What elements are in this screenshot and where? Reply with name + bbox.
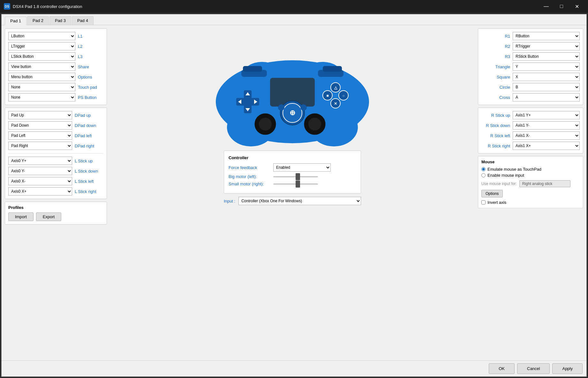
- controller-box-title: Controller: [229, 155, 356, 160]
- dpad-mappings-section: Pad Up DPad up Pad Down DPad down Pad Le…: [5, 107, 107, 199]
- dpad-left-label: DPad left: [75, 133, 103, 138]
- rstick-right-select[interactable]: Axis1 X+: [513, 142, 580, 150]
- lstick-up-select[interactable]: Axis0 Y+: [8, 157, 72, 165]
- square-row: Square X: [481, 73, 580, 81]
- window-controls: — □ ✕: [539, 0, 584, 13]
- maximize-button[interactable]: □: [554, 0, 569, 13]
- cancel-button[interactable]: Cancel: [517, 363, 550, 374]
- rstick-up-select[interactable]: Axis1 Y+: [513, 111, 580, 119]
- profiles-buttons: Import Export: [8, 212, 103, 221]
- tabs-bar: Pad 1 Pad 2 Pad 3 Pad 4: [2, 14, 586, 25]
- import-button[interactable]: Import: [8, 212, 34, 221]
- tab-pad2[interactable]: Pad 2: [27, 16, 49, 25]
- mapping-row-lstick-left: Axis0 X- L Stick left: [8, 177, 103, 185]
- controller-image-container: ■ △ ○ ✕ ⊕: [209, 28, 375, 147]
- emulate-touchpad-radio[interactable]: [481, 167, 486, 171]
- mouse-title: Mouse: [481, 159, 580, 164]
- dpad-up-select[interactable]: Pad Up: [8, 111, 72, 119]
- input-select[interactable]: Controller (Xbox One For Windows): [238, 197, 361, 205]
- invert-axis-checkbox[interactable]: [481, 200, 486, 204]
- share-combo: View button None: [8, 63, 75, 71]
- export-button[interactable]: Export: [36, 212, 62, 221]
- r3-select[interactable]: RStick Button: [513, 52, 580, 61]
- l3-label: L3: [78, 54, 103, 59]
- title-bar: DS DSX4 Pad 1.8 controller configuration…: [0, 0, 588, 13]
- lstick-right-label: L Stick right: [75, 189, 103, 194]
- cross-label: Cross: [481, 95, 510, 100]
- touchpad-select[interactable]: None: [8, 83, 75, 91]
- l2-select[interactable]: LTrigger NoneLButton: [8, 42, 75, 50]
- lstick-left-select[interactable]: Axis0 X-: [8, 177, 72, 185]
- svg-point-15: [308, 118, 321, 130]
- big-motor-label: Big motor (left):: [229, 174, 270, 179]
- triangle-select[interactable]: Y: [513, 63, 580, 71]
- options-select[interactable]: Menu button None: [8, 73, 75, 81]
- r2-row: R2 RTrigger: [481, 42, 580, 50]
- ok-button[interactable]: OK: [489, 363, 515, 374]
- enable-mouse-radio[interactable]: [481, 173, 486, 177]
- circle-row: Circle B: [481, 83, 580, 91]
- cross-select[interactable]: A: [513, 93, 580, 101]
- mapping-row-dpad-down: Pad Down DPad down: [8, 121, 103, 130]
- lstick-right-select[interactable]: Axis0 X+: [8, 187, 72, 196]
- tab-pad4[interactable]: Pad 4: [72, 16, 94, 25]
- touchpad-label: Touch pad: [78, 85, 103, 90]
- r1-select[interactable]: RButton: [513, 32, 580, 40]
- rstick-mappings-section: R Stick up Axis1 Y+ R Stick down Axis1 Y…: [478, 107, 583, 153]
- close-button[interactable]: ✕: [569, 0, 584, 13]
- mapping-row-dpad-left: Pad Left DPad left: [8, 131, 103, 140]
- share-label: Share: [78, 64, 103, 69]
- tab-pad3[interactable]: Pad 3: [49, 16, 71, 25]
- options-btn-row: Options: [481, 190, 580, 197]
- psbutton-label: PS Button: [78, 95, 103, 100]
- mapping-row-dpad-up: Pad Up DPad up: [8, 111, 103, 119]
- svg-text:○: ○: [342, 93, 344, 98]
- psbutton-combo: None: [8, 93, 75, 101]
- rstick-right-row: R Stick right Axis1 X+: [481, 142, 580, 150]
- emulate-touchpad-label: Emulate mouse as TouchPad: [487, 167, 541, 172]
- l1-select[interactable]: LButton NoneLTrigger: [8, 32, 75, 40]
- lstick-up-label: L Stick up: [75, 159, 103, 163]
- mapping-row-lstick-right: Axis0 X+ L Stick right: [8, 187, 103, 196]
- mouse-options-button[interactable]: Options: [481, 190, 503, 197]
- square-select[interactable]: X: [513, 73, 580, 81]
- apply-button[interactable]: Apply: [552, 363, 583, 374]
- svg-text:⊕: ⊕: [290, 109, 295, 117]
- big-motor-slider[interactable]: [273, 176, 318, 177]
- svg-point-13: [259, 118, 272, 130]
- triangle-row: Triangle Y: [481, 63, 580, 71]
- rstick-up-label: R Stick up: [481, 113, 510, 118]
- svg-point-32: [300, 104, 307, 111]
- tab-pad1[interactable]: Pad 1: [5, 17, 26, 25]
- svg-text:✕: ✕: [334, 101, 337, 106]
- dpad-right-select[interactable]: Pad Right: [8, 142, 72, 150]
- mapping-row-share: View button None Share: [8, 63, 103, 71]
- center-panel: ■ △ ○ ✕ ⊕: [111, 28, 474, 357]
- mapping-row-l3: LStick Button None L3: [8, 52, 103, 61]
- mapping-row-lstick-down: Axis0 Y- L Stick down: [8, 167, 103, 175]
- share-select[interactable]: View button None: [8, 63, 75, 71]
- circle-select[interactable]: B: [513, 83, 580, 91]
- rstick-right-label: R Stick right: [481, 144, 510, 148]
- rstick-left-select[interactable]: Axis1 X-: [513, 131, 580, 140]
- dpad-down-select[interactable]: Pad Down: [8, 121, 72, 130]
- minimize-button[interactable]: —: [539, 0, 554, 13]
- rstick-down-select[interactable]: Axis1 Y-: [513, 121, 580, 130]
- touchpad-combo: None: [8, 83, 75, 91]
- force-feedback-select[interactable]: Enabled Disabled: [273, 163, 331, 172]
- small-motor-slider[interactable]: [273, 183, 318, 185]
- mapping-row-l2: LTrigger NoneLButton L2: [8, 42, 103, 50]
- mapping-row-lstick-up: Axis0 Y+ L Stick up: [8, 157, 103, 165]
- dpad-left-select[interactable]: Pad Left: [8, 131, 72, 140]
- right-panel: R1 RButton R2 RTrigger R3 RStick Button …: [478, 28, 583, 357]
- window-title: DSX4 Pad 1.8 controller configuration: [13, 4, 539, 9]
- r2-select[interactable]: RTrigger: [513, 42, 580, 50]
- bottom-buttons-bar: OK Cancel Apply: [2, 360, 586, 376]
- input-label: Input :: [224, 199, 235, 204]
- controller-config-box: Controller Force feedback Enabled Disabl…: [224, 151, 361, 194]
- mapping-row-psbutton: None PS Button: [8, 93, 103, 101]
- left-panel: LButton NoneLTrigger L1 LTrigger NoneLBu…: [5, 28, 107, 357]
- psbutton-select[interactable]: None: [8, 93, 75, 101]
- lstick-down-select[interactable]: Axis0 Y-: [8, 167, 72, 175]
- l3-select[interactable]: LStick Button None: [8, 52, 75, 61]
